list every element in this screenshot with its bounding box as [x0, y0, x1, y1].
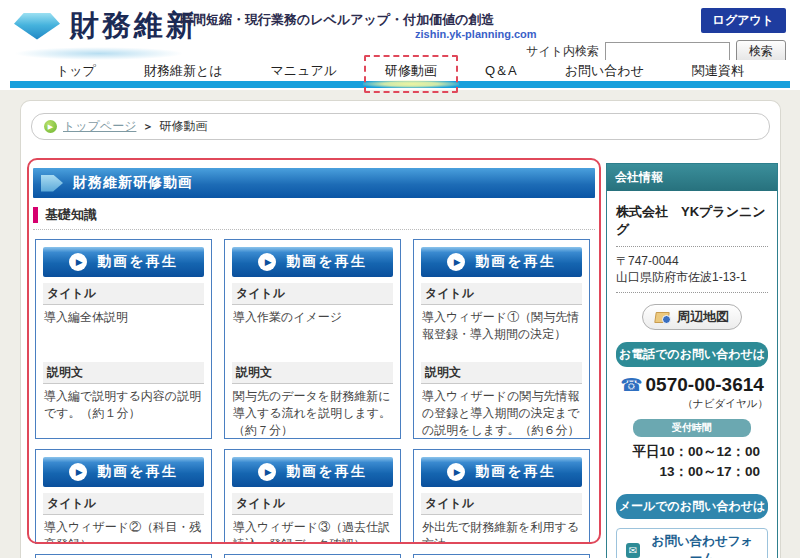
area-map-button[interactable]: 周辺地図: [642, 304, 742, 330]
search-input[interactable]: [605, 42, 730, 61]
nav-item-training-videos[interactable]: 研修動画: [377, 61, 445, 81]
play-icon: ▶: [447, 463, 465, 481]
card-title-label: タイトル: [421, 493, 582, 515]
video-card-stub: [224, 554, 401, 558]
breadcrumb-separator: ＞: [142, 119, 153, 134]
tagline: 時間短縮・現行業務のレベルアップ・付加価値の創造: [180, 11, 494, 29]
mail-icon: ✉: [626, 543, 640, 558]
video-card: ▶ 動画を再生 タイトル 導入ウィザード②（科目・残高登録）: [35, 449, 212, 544]
breadcrumb-home-link[interactable]: トップページ: [63, 118, 136, 135]
logo-gem-icon: [14, 13, 60, 40]
play-button-label: 動画を再生: [286, 463, 366, 481]
phone-contact-header: お電話でのお問い合わせは: [616, 342, 768, 367]
card-title-label: タイトル: [43, 493, 204, 515]
company-info-sidebar: 会社情報 株式会社 YKプランニング 〒747-0044 山口県防府市佐波1-1…: [606, 163, 778, 558]
breadcrumb-current: 研修動画: [159, 118, 207, 135]
page-title: 財務維新研修動画: [73, 174, 193, 192]
category-accent-bar: [33, 207, 38, 223]
nav-item-top[interactable]: トップ: [48, 61, 104, 81]
postal-code: 〒747-0044: [616, 253, 768, 269]
logout-button[interactable]: ログアウト: [701, 8, 786, 33]
play-icon: ▶: [258, 253, 276, 271]
company-address: 〒747-0044 山口県防府市佐波1-13-1: [616, 247, 768, 293]
breadcrumb-bullet-icon: ▶: [44, 120, 57, 133]
hours-label: 受付時間: [633, 419, 752, 437]
category-heading: 基礎知識: [33, 206, 97, 224]
card-title-label: タイトル: [232, 283, 393, 305]
play-video-button[interactable]: ▶ 動画を再生: [421, 457, 582, 487]
logo-reflection: [14, 47, 184, 60]
card-desc-label: 説明文: [421, 362, 582, 384]
video-card: ▶ 動画を再生 タイトル 導入ウィザード①（関与先情報登録・導入期間の決定） 説…: [413, 239, 590, 439]
contact-form-button[interactable]: ✉ お問い合わせフォーム: [616, 528, 768, 558]
video-card: ▶ 動画を再生 タイトル 導入ウィザード③（過去仕訳読込・登録データ確認）: [224, 449, 401, 544]
address-line: 山口県防府市佐波1-13-1: [616, 269, 768, 285]
play-video-button[interactable]: ▶ 動画を再生: [421, 247, 582, 277]
video-card: ▶ 動画を再生 タイトル 導入編全体説明 説明文 導入編で説明する内容の説明です…: [35, 239, 212, 439]
phone-icon: ☎: [620, 374, 642, 396]
phone-note: （ナビダイヤル）: [616, 397, 768, 411]
card-title: 外出先で財務維新を利用する方法: [421, 515, 582, 544]
card-title: 導入ウィザード③（過去仕訳読込・登録データ確認）: [232, 515, 393, 544]
play-button-label: 動画を再生: [475, 463, 555, 481]
nav-item-contact[interactable]: お問い合わせ: [557, 61, 652, 81]
section-header: 財務維新研修動画: [33, 168, 595, 198]
phone-row: ☎ 0570-00-3614: [616, 374, 768, 396]
card-desc: 導入編で説明する内容の説明です。（約１分）: [43, 384, 204, 426]
nav-item-about[interactable]: 財務維新とは: [136, 61, 231, 81]
play-video-button[interactable]: ▶ 動画を再生: [43, 457, 204, 487]
company-name: 株式会社 YKプランニング: [616, 199, 768, 247]
card-desc-label: 説明文: [43, 362, 204, 384]
hours-line-1: 平日10：00～12：00: [616, 442, 760, 462]
phone-number: 0570-00-3614: [646, 374, 764, 396]
play-button-label: 動画を再生: [97, 253, 177, 271]
nav-item-qa[interactable]: Q＆A: [477, 61, 525, 81]
logo[interactable]: 財務維新: [14, 6, 198, 60]
play-video-button[interactable]: ▶ 動画を再生: [232, 457, 393, 487]
site-url: zishin.yk-planning.com: [415, 28, 537, 40]
card-title: 導入作業のイメージ: [232, 305, 393, 356]
map-button-label: 周辺地図: [677, 308, 729, 326]
video-card-stub: [35, 554, 212, 558]
business-hours: 平日10：00～12：00 13：00～17：00: [616, 442, 768, 482]
play-video-button[interactable]: ▶ 動画を再生: [232, 247, 393, 277]
sidebar-header: 会社情報: [607, 164, 777, 191]
video-card: ▶ 動画を再生 タイトル 外出先で財務維新を利用する方法: [413, 449, 590, 544]
breadcrumb: ▶ トップページ ＞ 研修動画: [31, 113, 770, 140]
card-desc: 関与先のデータを財務維新に導入する流れを説明します。（約７分）: [232, 384, 393, 439]
card-desc-label: 説明文: [232, 362, 393, 384]
video-card-stub: [413, 554, 590, 558]
play-icon: ▶: [447, 253, 465, 271]
card-title: 導入ウィザード①（関与先情報登録・導入期間の決定）: [421, 305, 582, 356]
map-icon: [655, 311, 671, 324]
logo-text: 財務維新: [70, 6, 198, 46]
nav-item-manual[interactable]: マニュアル: [263, 61, 346, 81]
play-button-label: 動画を再生: [286, 253, 366, 271]
play-button-label: 動画を再生: [97, 463, 177, 481]
video-card: ▶ 動画を再生 タイトル 導入作業のイメージ 説明文 関与先のデータを財務維新に…: [224, 239, 401, 439]
card-title-label: タイトル: [421, 283, 582, 305]
category-label: 基礎知識: [45, 206, 97, 224]
play-icon: ▶: [258, 463, 276, 481]
play-video-button[interactable]: ▶ 動画を再生: [43, 247, 204, 277]
play-icon: ▶: [69, 463, 87, 481]
card-title-label: タイトル: [43, 283, 204, 305]
nav-item-label: 研修動画: [385, 63, 437, 78]
video-cards-grid: ▶ 動画を再生 タイトル 導入編全体説明 説明文 導入編で説明する内容の説明です…: [35, 239, 591, 558]
card-desc: 導入ウィザードの関与先情報の登録と導入期間の決定までの説明をします。（約６分）: [421, 384, 582, 439]
contact-form-label: お問い合わせフォーム: [647, 533, 758, 558]
play-button-label: 動画を再生: [475, 253, 555, 271]
hours-line-2: 13：00～17：00: [616, 462, 760, 482]
page: 財務維新 時間短縮・現行業務のレベルアップ・付加価値の創造 zishin.yk-…: [0, 0, 800, 558]
navbar: トップ 財務維新とは マニュアル 研修動画 Q＆A お問い合わせ 関連資料: [0, 60, 800, 90]
card-title-label: タイトル: [232, 493, 393, 515]
card-title: 導入編全体説明: [43, 305, 204, 356]
nav-item-related-docs[interactable]: 関連資料: [684, 61, 752, 81]
card-title: 導入ウィザード②（科目・残高登録）: [43, 515, 204, 544]
category-divider: [33, 229, 595, 230]
nav-active-glow: [363, 80, 459, 88]
arrow-right-icon: [41, 175, 63, 192]
play-icon: ▶: [69, 253, 87, 271]
search-label: サイト内検索: [526, 43, 599, 60]
mail-contact-header: メールでのお問い合わせは: [616, 494, 768, 519]
